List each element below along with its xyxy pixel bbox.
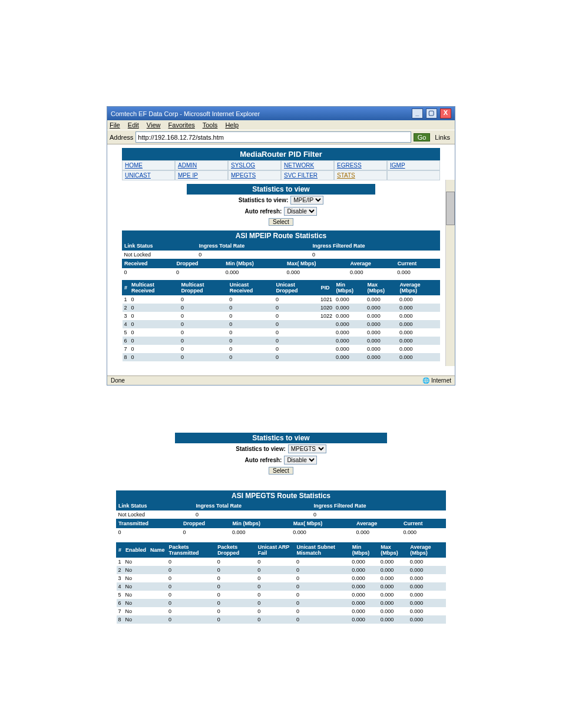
status-left: Done [111,377,125,384]
table-row: 1No00000.0000.0000.000 [117,558,446,566]
col-header: Min (Mbps) [350,543,379,558]
col-header: # [123,281,130,295]
nav-egress[interactable]: EGRESS [334,160,387,170]
col-header: Name [148,543,167,558]
col-header: Multicast Received [130,281,180,295]
table-row: 600000.0000.0000.000 [123,337,440,345]
mpeip-header: ASI MPEIP Route Statistics [122,230,440,241]
minimize-button[interactable]: _ [412,108,423,118]
table-row: 4No00000.0000.0000.000 [117,582,446,591]
stats-view-label-1: Statistics to view: [239,197,288,203]
menu-view[interactable]: View [147,121,161,129]
maximize-button[interactable]: ▢ [426,108,437,118]
auto-refresh-select-1[interactable]: Disable [284,207,317,216]
window-controls: _ ▢ X [411,108,451,118]
nav-mpeip[interactable]: MPE IP [175,170,228,180]
auto-refresh-select-2[interactable]: Disable [284,456,317,465]
links-label[interactable]: Links [435,134,450,141]
address-label: Address [110,134,133,141]
col-header: Average (Mbps) [408,543,446,558]
table-row: 1000010210.0000.0000.000 [123,295,440,304]
table-row: 800000.0000.0000.000 [123,353,440,361]
col-header: # [117,543,124,558]
col-header: Packets Transmitted [167,543,216,558]
close-button[interactable]: X [440,108,451,118]
col-header: Max (Mbps) [365,281,398,295]
nav-unicast[interactable]: UNICAST [122,170,175,180]
mpegts-table-routes: #EnabledNamePackets TransmittedPackets D… [116,542,446,624]
window-title: Comtech EF Data Corp - Microsoft Interne… [111,110,260,117]
auto-refresh-label-2: Auto refresh: [245,457,282,463]
col-header: Multicast Dropped [179,281,227,295]
mpeip-table-routes: #Multicast ReceivedMulticast DroppedUnic… [122,280,440,361]
col-header: Max (Mbps) [379,543,408,558]
menu-help[interactable]: Help [225,121,239,129]
col-header: Unicast Received [227,281,274,295]
table-row: 8No00000.0000.0000.000 [117,615,446,624]
mpegts-panel: ASI MPEGTS Route Statistics Link Status … [116,490,446,624]
table-row: 2000010200.0000.0000.000 [123,304,440,312]
select-button-2[interactable]: Select [269,467,293,475]
mpeip-table-rx: Received Dropped Min (Mbps) Max( Mbps) A… [122,259,440,276]
table-row: 700000.0000.0000.000 [123,345,440,353]
go-button[interactable]: Go [414,133,431,141]
vertical-scrollbar[interactable] [445,180,455,366]
nav-network[interactable]: NETWORK [281,160,334,170]
mpegts-table-tx: Transmitted Dropped Min (Mbps) Max( Mbps… [116,519,446,536]
nav-svcfilter[interactable]: SVC FILTER [281,170,334,180]
status-bar: Done 🌐 Internet [107,375,455,385]
col-header: Average (Mbps) [398,281,440,295]
titlebar: Comtech EF Data Corp - Microsoft Interne… [107,107,455,120]
col-header: Unicast ARP Fail [256,543,295,558]
mpegts-table-link: Link Status Ingress Total Rate Ingress F… [116,501,446,519]
nav-home[interactable]: HOME [122,160,175,170]
stats-view-panel-2: Statistics to view Statistics to view: M… [175,433,387,476]
mpegts-header: ASI MPEGTS Route Statistics [116,490,446,501]
auto-refresh-label-1: Auto refresh: [245,208,282,215]
table-row: 5No00000.0000.0000.000 [117,591,446,599]
menu-tools[interactable]: Tools [203,121,218,129]
status-right: 🌐 Internet [422,377,451,384]
table-row: 3000010220.0000.0000.000 [123,312,440,320]
stats-view-header-2: Statistics to view [175,433,387,443]
menubar: File Edit View Favorites Tools Help [107,120,455,130]
nav-syslog[interactable]: SYSLOG [228,160,281,170]
nav-mpegts[interactable]: MPEGTS [228,170,281,180]
table-row: 500000.0000.0000.000 [123,328,440,337]
col-header: Min (Mbps) [334,281,365,295]
mpeip-table-link: Link Status Ingress Total Rate Ingress F… [122,241,440,259]
app-header: MediaRouter PID Filter [122,148,440,160]
content-area: MediaRouter PID Filter HOME ADMIN SYSLOG… [107,144,455,375]
address-input[interactable]: http://192.168.12.72/stats.htm [135,131,411,143]
ie-window: Comtech EF Data Corp - Microsoft Interne… [107,106,455,386]
select-button-1[interactable]: Select [269,218,293,226]
table-row: 6No00000.0000.0000.000 [117,599,446,607]
col-header: Unicast Dropped [274,281,319,295]
col-header: PID [319,281,334,295]
stats-view-header-1: Statistics to view [187,184,375,195]
col-header: Enabled [124,543,148,558]
nav-row-2: UNICAST MPE IP MPEGTS SVC FILTER STATS [122,170,440,180]
table-row: 3No00000.0000.0000.000 [117,574,446,582]
table-row: 7No00000.0000.0000.000 [117,607,446,615]
nav-empty [387,170,440,180]
menu-edit[interactable]: Edit [128,121,139,129]
table-row: 2No00000.0000.0000.000 [117,566,446,574]
menu-favorites[interactable]: Favorites [168,121,195,129]
nav-stats[interactable]: STATS [334,170,387,180]
table-row: 400000.0000.0000.000 [123,320,440,328]
nav-igmp[interactable]: IGMP [387,160,440,170]
stats-view-label-2: Statistics to view: [236,446,285,452]
stats-view-select-2[interactable]: MPEGTS [288,444,326,453]
col-header: Packets Dropped [216,543,256,558]
address-bar: Address http://192.168.12.72/stats.htm G… [107,130,455,144]
menu-file[interactable]: File [110,121,120,129]
nav-admin[interactable]: ADMIN [175,160,228,170]
col-header: Unicast Subnet Mismatch [295,543,350,558]
nav-row-1: HOME ADMIN SYSLOG NETWORK EGRESS IGMP [122,160,440,170]
stats-view-select-1[interactable]: MPE/IP [290,196,323,205]
